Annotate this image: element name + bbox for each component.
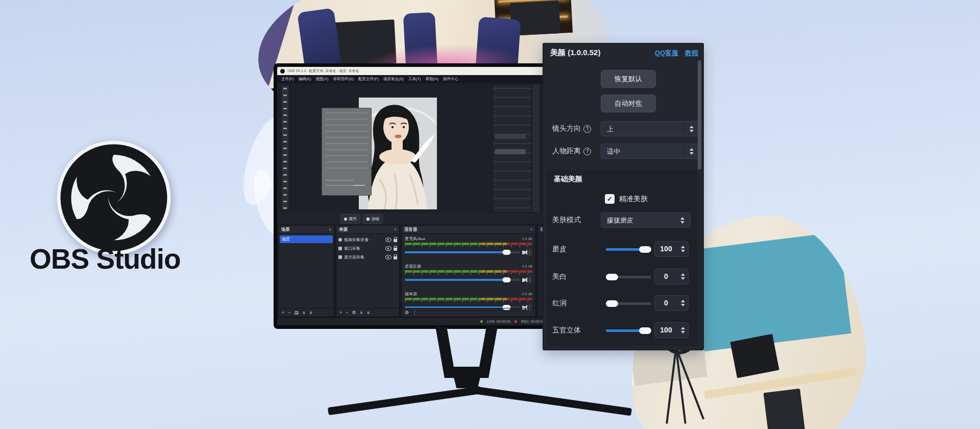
menu-scene-collection[interactable]: 场景集合(S) <box>383 77 404 82</box>
filters-button[interactable]: 滤镜 <box>363 214 383 224</box>
smoothing-label: 磨皮 <box>552 245 567 254</box>
channel-options-icon[interactable]: ⋮ <box>527 248 532 256</box>
slider-handle[interactable] <box>639 246 651 253</box>
help-icon[interactable]: ? <box>583 125 591 133</box>
scene-item-selected[interactable]: 场景 <box>280 235 333 243</box>
obs-logo <box>55 139 173 256</box>
menu-file[interactable]: 文件(F) <box>281 77 294 82</box>
spinner-arrows[interactable] <box>681 269 685 284</box>
rosy-value-box[interactable]: 0 <box>654 295 689 311</box>
volume-slider-handle[interactable] <box>502 250 510 255</box>
menu-tools[interactable]: 工具(T) <box>408 77 421 82</box>
menu-view[interactable]: 视图(V) <box>316 77 329 82</box>
source-down-icon[interactable]: ∨ <box>366 311 370 315</box>
scene-filters-icon[interactable]: ▤ <box>295 311 299 315</box>
visibility-eye-icon[interactable] <box>385 237 391 242</box>
panel-scrollbar[interactable] <box>698 60 701 170</box>
whitening-value-box[interactable]: 0 <box>654 269 689 284</box>
dock-menu-icon[interactable]: ≡ <box>530 227 533 232</box>
obs-window-titlebar[interactable]: OBS 29.1.3 - 配置文件: 未命名 - 场景: 未命名 <box>277 67 550 75</box>
channel-options-icon[interactable]: ⋮ <box>527 276 532 284</box>
add-scene-icon[interactable]: + <box>282 311 284 315</box>
window-source-icon <box>338 247 342 250</box>
person-distance-select[interactable]: 适中 <box>601 144 700 159</box>
source-row[interactable]: 窗口采集 <box>336 244 399 253</box>
mixer-config-icon[interactable]: ⚙ <box>405 311 409 315</box>
volume-slider[interactable] <box>405 279 520 281</box>
precise-skin-row: ✓ 精准美肤 <box>605 194 648 204</box>
smoothing-value-box[interactable]: 100 <box>654 241 689 257</box>
sources-dock-header[interactable]: 来源≡ <box>336 226 399 234</box>
stepper-arrows[interactable] <box>683 144 699 158</box>
properties-button[interactable]: 属性 <box>340 214 360 224</box>
volume-slider[interactable] <box>405 251 520 253</box>
source-row[interactable]: 视频采集设备 <box>336 235 399 244</box>
slider-handle[interactable] <box>606 274 618 280</box>
facial-3d-slider[interactable] <box>606 329 651 332</box>
whitening-slider[interactable] <box>606 276 651 278</box>
mixer-toolbar: ⚙ ⋮ <box>402 308 535 317</box>
tutorial-link[interactable]: 教程 <box>685 49 698 58</box>
smoothing-slider[interactable] <box>606 248 651 251</box>
rosy-slider[interactable] <box>606 302 651 305</box>
skin-mode-select[interactable]: 朦胧磨皮 <box>601 212 691 228</box>
camera-direction-select[interactable]: 上 <box>601 121 700 136</box>
lock-icon[interactable] <box>394 256 397 259</box>
menu-help[interactable]: 帮助(H) <box>426 77 438 82</box>
visibility-eye-icon[interactable] <box>385 246 391 251</box>
advanced-audio-icon[interactable]: ⋮ <box>412 311 417 315</box>
add-source-icon[interactable]: + <box>339 311 342 315</box>
facial-3d-value-box[interactable]: 100 <box>654 322 689 338</box>
help-icon[interactable]: ? <box>583 148 591 155</box>
spinner-arrows[interactable] <box>681 242 685 256</box>
settings-dialog[interactable] <box>322 108 372 196</box>
editor-toolbar[interactable] <box>282 86 288 210</box>
audio-mixer-dock: 混音器≡ 麦克风/Aux0.0 dB ⋮ 桌面音频0.0 dB <box>401 225 536 317</box>
source-row[interactable]: 显示器采集 <box>336 253 399 261</box>
menu-edit[interactable]: 编辑(E) <box>299 77 311 82</box>
filters-icon <box>366 218 370 221</box>
speaker-icon[interactable] <box>522 251 525 254</box>
spinner-arrows[interactable] <box>681 323 685 338</box>
lock-icon[interactable] <box>394 239 397 242</box>
person-distance-label: 人物距离 <box>552 147 581 156</box>
remove-source-icon[interactable]: − <box>346 311 348 315</box>
dock-menu-icon[interactable]: ≡ <box>394 227 397 232</box>
display-source-icon <box>338 255 342 259</box>
rec-indicator-icon <box>514 320 517 323</box>
mixer-channel: 桌面音频0.0 dB ⋮ <box>405 264 532 284</box>
slider-handle[interactable] <box>639 327 651 334</box>
menu-profile[interactable]: 配置文件(P) <box>358 77 379 82</box>
obs-menubar: 文件(F) 编辑(E) 视图(V) 停靠部件(D) 配置文件(P) 场景集合(S… <box>277 75 550 83</box>
menu-docks[interactable]: 停靠部件(D) <box>333 77 354 82</box>
scenes-dock-header[interactable]: 场景≡ <box>279 226 334 234</box>
scene-up-icon[interactable]: ∧ <box>302 311 306 315</box>
dock-menu-icon[interactable]: ≡ <box>329 227 331 232</box>
stepper-arrows[interactable] <box>674 213 690 227</box>
section-title: 基础美颜 <box>554 175 582 184</box>
slider-handle[interactable] <box>606 300 618 307</box>
mixer-dock-header[interactable]: 混音器≡ <box>402 226 535 234</box>
stepper-arrows[interactable] <box>683 122 699 136</box>
source-properties-icon[interactable]: ⚙ <box>352 311 356 315</box>
live-indicator-icon <box>480 320 483 323</box>
autofocus-button[interactable]: 自动对焦 <box>601 94 656 112</box>
spinner-arrows[interactable] <box>681 296 685 311</box>
meter-ticks <box>405 273 532 274</box>
scene-down-icon[interactable]: ∨ <box>309 311 313 315</box>
precise-skin-checkbox[interactable]: ✓ <box>605 194 615 204</box>
rosy-slider-row: 红润 0 <box>547 295 697 312</box>
lock-icon[interactable] <box>394 248 397 251</box>
volume-slider-handle[interactable] <box>502 277 510 282</box>
remove-scene-icon[interactable]: − <box>288 311 290 315</box>
speaker-icon[interactable] <box>522 278 525 282</box>
source-up-icon[interactable]: ∧ <box>360 311 363 315</box>
layers-panel[interactable] <box>493 84 532 213</box>
precise-skin-label: 精准美肤 <box>619 195 648 204</box>
visibility-eye-icon[interactable] <box>385 255 391 259</box>
qq-support-link[interactable]: QQ客服 <box>655 49 678 58</box>
layer-row-highlight <box>495 149 526 154</box>
camera-direction-label: 镜头方向 <box>552 124 581 133</box>
restore-defaults-button[interactable]: 恢复默认 <box>601 70 656 88</box>
menu-plugin-center[interactable]: 插件中心 <box>443 77 458 82</box>
